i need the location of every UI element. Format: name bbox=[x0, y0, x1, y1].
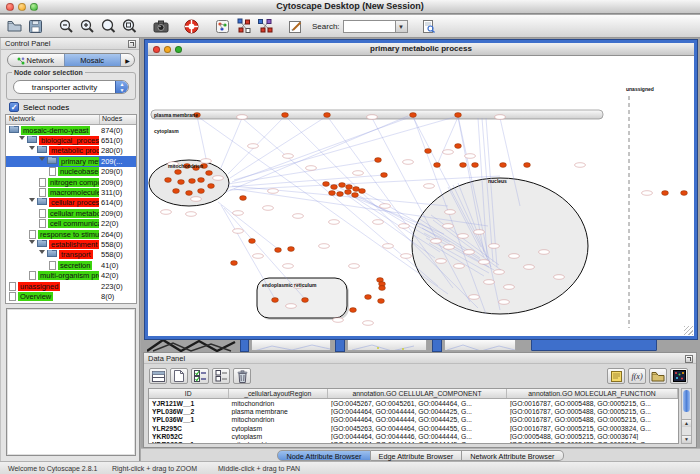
network-graph[interactable]: plasma membrane cytoplasm mitochondrion … bbox=[148, 56, 694, 336]
tree-item-multi-organism-pro[interactable]: multi-organism pro42(0) bbox=[6, 270, 136, 280]
network-node-selected[interactable] bbox=[500, 163, 507, 168]
network-node[interactable] bbox=[213, 176, 224, 181]
tree-item-cell-communicat[interactable]: cell communicat22(0) bbox=[6, 219, 136, 229]
window-titlebar[interactable]: Cytoscape Desktop (New Session) bbox=[0, 0, 700, 14]
tree-item-establishment-of-lo[interactable]: establishment of lo558(0) bbox=[6, 239, 136, 249]
network-node[interactable] bbox=[443, 150, 454, 155]
background-frame-strip[interactable] bbox=[444, 339, 516, 351]
network-node[interactable] bbox=[233, 211, 244, 216]
search-combobox[interactable]: ▼ bbox=[343, 20, 408, 33]
background-frame-strip[interactable] bbox=[347, 339, 427, 351]
table-row[interactable]: YLR295Ccytoplasm[GO:0045263, GO:0044464,… bbox=[149, 424, 678, 432]
network-node-selected[interactable] bbox=[460, 163, 467, 168]
network-node[interactable] bbox=[509, 254, 520, 259]
column-header[interactable]: _cellularLayoutRegion bbox=[229, 389, 328, 398]
network-node[interactable] bbox=[464, 250, 475, 255]
nucleus-region[interactable] bbox=[412, 178, 588, 314]
network-node-selected[interactable] bbox=[365, 295, 372, 300]
layout-network-2-icon[interactable] bbox=[255, 17, 274, 36]
network-node-selected[interactable] bbox=[331, 185, 338, 190]
network-node[interactable] bbox=[373, 220, 384, 225]
table-row[interactable]: YPL036W__1mitochondrion[GO:0044464, GO:0… bbox=[149, 416, 678, 424]
expand-triangle-icon[interactable] bbox=[19, 136, 25, 140]
network-node[interactable] bbox=[329, 220, 340, 225]
column-header[interactable]: annotation.GO CELLULAR_COMPONENT bbox=[328, 389, 507, 398]
network-node[interactable] bbox=[444, 245, 455, 250]
network-node[interactable] bbox=[554, 275, 565, 280]
tab-edge-attribute-browser[interactable]: Edge Attribute Browser bbox=[371, 450, 463, 461]
attribute-matrix-icon[interactable] bbox=[670, 368, 688, 384]
network-node[interactable] bbox=[353, 171, 364, 176]
network-node[interactable] bbox=[186, 212, 197, 217]
network-node[interactable] bbox=[306, 166, 317, 171]
network-node-selected[interactable] bbox=[329, 191, 336, 196]
background-frame-titlebar[interactable] bbox=[531, 339, 657, 351]
network-node[interactable] bbox=[367, 115, 378, 120]
network-node[interactable] bbox=[383, 244, 394, 249]
network-node-selected[interactable] bbox=[352, 193, 359, 198]
tree-item-biological-process[interactable]: biological_process651(0) bbox=[6, 135, 136, 145]
column-header[interactable]: annotation.GO MOLECULAR_FUNCTION bbox=[507, 389, 678, 398]
network-node-selected[interactable] bbox=[189, 179, 196, 184]
network-node[interactable] bbox=[431, 239, 442, 244]
network-node[interactable] bbox=[319, 244, 330, 249]
scrollbar-thumb[interactable] bbox=[683, 390, 690, 412]
node-color-combobox[interactable]: transporter activity ▲▼ bbox=[13, 80, 129, 94]
network-node[interactable] bbox=[286, 304, 297, 309]
network-node-selected[interactable] bbox=[434, 163, 441, 168]
expand-triangle-icon[interactable] bbox=[39, 250, 45, 254]
network-node-selected[interactable] bbox=[379, 286, 386, 291]
table-row[interactable]: YJR121W__1mitochondrion[GO:0045267, GO:0… bbox=[149, 399, 678, 407]
network-node-selected[interactable] bbox=[206, 171, 213, 176]
network-node[interactable] bbox=[268, 189, 279, 194]
network-node[interactable] bbox=[380, 204, 391, 209]
tree-item-secretion[interactable]: secretion41(0) bbox=[6, 260, 136, 270]
table-row[interactable]: YKR052Ccytoplasm[GO:0044464, GO:0044446,… bbox=[149, 432, 678, 440]
tree-item-nucleobase-[interactable]: nucleobase-209(0) bbox=[6, 167, 136, 177]
network-node[interactable] bbox=[495, 115, 506, 120]
network-node-selected[interactable] bbox=[455, 144, 462, 149]
network-node-selected[interactable] bbox=[324, 113, 331, 118]
table-row[interactable]: YDR039C__1mitochondrion[GO:0044464, GO:0… bbox=[149, 440, 678, 444]
zoom-in-icon[interactable] bbox=[78, 17, 97, 36]
network-node-selected[interactable] bbox=[208, 184, 215, 189]
network-node-selected[interactable] bbox=[337, 192, 344, 197]
network-node-selected[interactable] bbox=[275, 248, 282, 253]
expand-triangle-icon[interactable] bbox=[29, 146, 35, 150]
network-node-selected[interactable] bbox=[353, 187, 360, 192]
network-node[interactable] bbox=[161, 210, 172, 215]
expand-triangle-icon[interactable] bbox=[39, 157, 45, 161]
column-header[interactable]: ID bbox=[149, 389, 229, 398]
expand-triangle-icon[interactable] bbox=[29, 240, 35, 244]
network-node-selected[interactable] bbox=[346, 185, 353, 190]
network-node[interactable] bbox=[524, 265, 535, 270]
tab-mosaic[interactable]: Mosaic bbox=[64, 54, 122, 66]
open-file-icon[interactable] bbox=[5, 17, 24, 36]
help-ring-icon[interactable] bbox=[182, 17, 201, 36]
attribute-table-icon[interactable] bbox=[149, 368, 167, 384]
scroll-up-icon[interactable]: ▲ bbox=[682, 419, 691, 427]
network-node-selected[interactable] bbox=[173, 189, 180, 194]
network-node-selected[interactable] bbox=[455, 113, 462, 118]
network-node[interactable] bbox=[479, 260, 490, 265]
tab-node-attribute-browser[interactable]: Node Attribute Browser bbox=[277, 450, 370, 461]
background-frame-edge[interactable] bbox=[240, 338, 249, 352]
zoom-fit-icon[interactable] bbox=[99, 17, 118, 36]
background-frame-edge[interactable] bbox=[432, 338, 442, 352]
tree-item-nitrogen-compo[interactable]: nitrogen compo209(0) bbox=[6, 177, 136, 187]
network-node-selected[interactable] bbox=[198, 189, 205, 194]
search-dropdown-icon[interactable]: ▼ bbox=[395, 20, 408, 33]
tab-overflow-arrow-icon[interactable]: ▶ bbox=[121, 54, 134, 66]
new-attribute-icon[interactable] bbox=[170, 368, 188, 384]
network-node-selected[interactable] bbox=[165, 178, 172, 183]
zoom-out-icon[interactable] bbox=[57, 17, 76, 36]
network-node-selected[interactable] bbox=[350, 308, 357, 313]
network-node-selected[interactable] bbox=[410, 113, 417, 118]
network-node-selected[interactable] bbox=[178, 180, 185, 185]
search-input[interactable] bbox=[343, 20, 395, 33]
network-node-selected[interactable] bbox=[288, 247, 295, 252]
network-node-selected[interactable] bbox=[375, 158, 382, 163]
tree-item-primary-metabo[interactable]: primary metabo209(... bbox=[6, 156, 136, 166]
select-nodes-checkbox[interactable]: ✓ bbox=[9, 102, 19, 112]
network-node-selected[interactable] bbox=[425, 149, 432, 154]
